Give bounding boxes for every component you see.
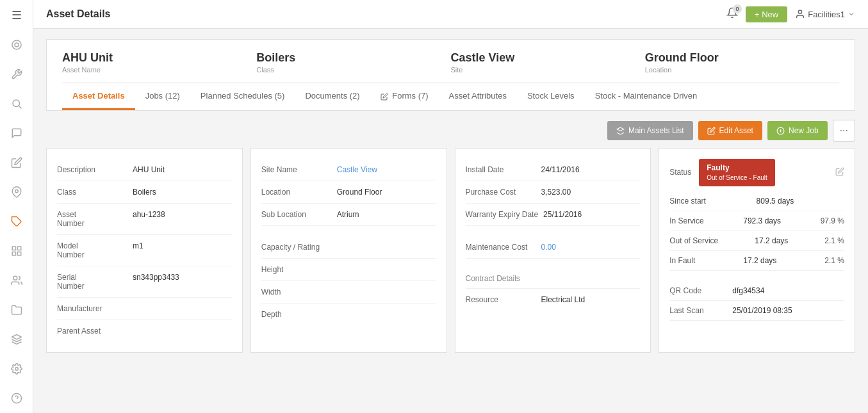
tabs-bar: Asset Details Jobs (12) Planned Schedule… bbox=[62, 83, 839, 110]
tab-stock-levels[interactable]: Stock Levels bbox=[517, 83, 585, 110]
layers-icon[interactable] bbox=[8, 330, 26, 348]
notification-bell[interactable]: 0 bbox=[726, 7, 738, 21]
maintenance-cost-label: Maintenance Cost bbox=[466, 243, 536, 252]
asset-location-value: Ground Floor bbox=[645, 51, 839, 65]
search-icon[interactable] bbox=[8, 95, 26, 113]
asset-header: AHU Unit Asset Name Boilers Class Castle… bbox=[46, 39, 855, 111]
page-title: Asset Details bbox=[46, 8, 719, 20]
width-field: Width bbox=[261, 281, 436, 304]
serial-number-label: SerialNumber bbox=[57, 273, 127, 291]
user-label: Facilities1 bbox=[808, 10, 845, 19]
more-actions-button[interactable]: ··· bbox=[833, 120, 855, 142]
tab-stock-maintenance[interactable]: Stock - Maintenance Driven bbox=[585, 83, 708, 110]
tab-asset-details[interactable]: Asset Details bbox=[62, 83, 135, 110]
svg-marker-16 bbox=[617, 127, 624, 131]
svg-point-1 bbox=[15, 43, 19, 47]
asset-location-col: Ground Floor Location bbox=[645, 51, 839, 74]
svg-point-15 bbox=[799, 10, 802, 13]
wrench-icon[interactable] bbox=[8, 65, 26, 83]
folder-icon[interactable] bbox=[8, 301, 26, 319]
svg-point-10 bbox=[13, 276, 17, 280]
last-scan-label: Last Scan bbox=[669, 306, 727, 315]
asset-header-info: AHU Unit Asset Name Boilers Class Castle… bbox=[62, 51, 839, 83]
sub-location-label: Sub Location bbox=[261, 210, 332, 219]
asset-tag-icon[interactable] bbox=[8, 213, 26, 231]
status-edit-icon[interactable] bbox=[835, 167, 844, 178]
content-area: AHU Unit Asset Name Boilers Class Castle… bbox=[33, 29, 868, 413]
main-assets-label: Main Assets List bbox=[628, 126, 684, 135]
location-icon[interactable] bbox=[8, 183, 26, 201]
sub-location-value: Atrium bbox=[337, 210, 359, 219]
asset-site-value: Castle View bbox=[451, 51, 645, 65]
topnav: Asset Details 0 + New Facilities1 bbox=[33, 0, 868, 29]
svg-rect-6 bbox=[12, 247, 15, 250]
notification-count: 0 bbox=[733, 4, 742, 13]
stat-since-start: Since start 809.5 days bbox=[669, 191, 844, 211]
svg-rect-7 bbox=[17, 247, 20, 250]
detail-row-model-number: ModelNumber m1 bbox=[57, 235, 232, 266]
comment-icon[interactable] bbox=[8, 124, 26, 142]
more-label: ··· bbox=[840, 125, 848, 136]
new-button[interactable]: + New bbox=[746, 6, 787, 22]
capacity-rating-field: Capacity / Rating bbox=[261, 236, 436, 259]
main-area: Asset Details 0 + New Facilities1 AHU Un… bbox=[33, 0, 868, 413]
detail-row-parent-asset: Parent Asset bbox=[57, 320, 232, 342]
asset-name-col: AHU Unit Asset Name bbox=[62, 51, 256, 74]
tab-planned-schedules[interactable]: Planned Schedules (5) bbox=[190, 83, 295, 110]
detail-row-manufacturer: Manufacturer bbox=[57, 298, 232, 320]
location-panel: Site Name Castle View Location Ground Fl… bbox=[250, 148, 447, 353]
detail-row-warranty: Warranty Expiry Date 25/11/2016 bbox=[466, 204, 641, 226]
status-badge: Faulty Out of Service - Fault bbox=[699, 159, 774, 186]
tab-asset-attributes[interactable]: Asset Attributes bbox=[439, 83, 517, 110]
purchase-cost-label: Purchase Cost bbox=[466, 188, 536, 197]
tab-jobs[interactable]: Jobs (12) bbox=[135, 83, 190, 110]
new-job-label: New Job bbox=[789, 126, 819, 135]
purchase-cost-value: 3,523.00 bbox=[541, 188, 571, 197]
manufacturer-label: Manufacturer bbox=[57, 304, 127, 313]
person-icon[interactable] bbox=[8, 271, 26, 289]
resource-label: Resource bbox=[466, 295, 536, 304]
contract-details-header: Contract Details bbox=[466, 269, 641, 289]
svg-point-4 bbox=[15, 190, 18, 193]
main-assets-button[interactable]: Main Assets List bbox=[607, 121, 693, 140]
last-scan-value: 25/01/2019 08:35 bbox=[732, 306, 792, 315]
detail-row-description: Description AHU Unit bbox=[57, 159, 232, 181]
help-icon[interactable] bbox=[8, 389, 26, 407]
status-header: Status Faulty Out of Service - Fault bbox=[669, 159, 844, 186]
grid-icon[interactable] bbox=[8, 242, 26, 260]
menu-icon[interactable]: ☰ bbox=[8, 6, 26, 24]
asset-class-col: Boilers Class bbox=[256, 51, 450, 74]
detail-row-location: Location Ground Floor bbox=[261, 181, 436, 204]
stat-in-service: In Service 792.3 days 97.9 % bbox=[669, 211, 844, 231]
svg-marker-11 bbox=[12, 335, 21, 340]
stat-out-of-service: Out of Service 17.2 days 2.1 % bbox=[669, 231, 844, 251]
tab-documents[interactable]: Documents (2) bbox=[295, 83, 370, 110]
stat-in-fault: In Fault 17.2 days 2.1 % bbox=[669, 251, 844, 271]
qr-code-value: dfg34534 bbox=[732, 286, 764, 295]
parent-asset-label: Parent Asset bbox=[57, 327, 127, 336]
dashboard-icon[interactable] bbox=[8, 36, 26, 54]
asset-number-value: ahu-1238 bbox=[133, 210, 165, 219]
site-name-value[interactable]: Castle View bbox=[337, 165, 377, 174]
asset-site-col: Castle View Site bbox=[451, 51, 645, 74]
install-date-label: Install Date bbox=[466, 165, 536, 174]
user-menu[interactable]: Facilities1 bbox=[795, 9, 855, 19]
qr-code-row: QR Code dfg34534 bbox=[669, 281, 844, 301]
asset-name-value: AHU Unit bbox=[62, 51, 256, 65]
settings-icon[interactable] bbox=[8, 360, 26, 378]
edit-asset-button[interactable]: Edit Asset bbox=[698, 121, 762, 140]
location-label: Location bbox=[261, 188, 332, 197]
edit-asset-label: Edit Asset bbox=[719, 126, 753, 135]
svg-point-0 bbox=[12, 40, 21, 49]
tab-forms[interactable]: Forms (7) bbox=[370, 83, 439, 110]
site-name-label: Site Name bbox=[261, 165, 332, 174]
asset-class-label: Class bbox=[256, 66, 450, 74]
edit2-icon[interactable] bbox=[8, 154, 26, 172]
asset-details-panel: Description AHU Unit Class Boilers Asset… bbox=[46, 148, 243, 353]
status-panel: Status Faulty Out of Service - Fault Sin… bbox=[659, 148, 855, 353]
new-job-button[interactable]: New Job bbox=[767, 121, 828, 140]
capacity-section: Capacity / Rating Height Width Depth bbox=[261, 236, 436, 325]
svg-rect-9 bbox=[17, 252, 20, 255]
badge-title: Faulty bbox=[707, 163, 767, 174]
detail-row-sub-location: Sub Location Atrium bbox=[261, 204, 436, 226]
